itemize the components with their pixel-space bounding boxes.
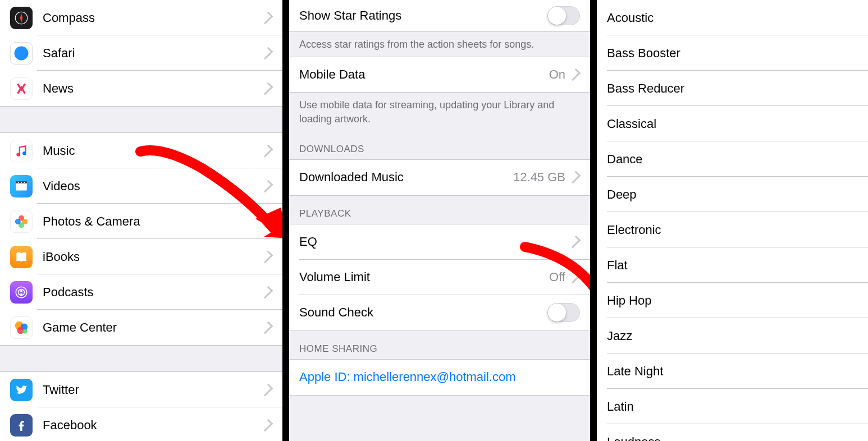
eq-presets-panel: AcousticBass BoosterBass ReducerClassica… <box>597 0 868 441</box>
settings-row-facebook[interactable]: Facebook <box>0 407 282 441</box>
star-ratings-footer: Access star ratings from the action shee… <box>289 31 590 57</box>
downloaded-music-row[interactable]: Downloaded Music 12.45 GB <box>289 160 590 195</box>
settings-row-label: News <box>43 81 263 96</box>
section-gap <box>289 395 590 429</box>
svg-point-4 <box>22 151 26 155</box>
setting-label: Sound Check <box>299 305 547 320</box>
svg-point-9 <box>24 181 25 182</box>
eq-preset-row[interactable]: Hip Hop <box>597 283 868 318</box>
setting-label: EQ <box>299 235 565 249</box>
settings-row-photos[interactable]: Photos & Camera <box>0 204 282 239</box>
settings-row-label: Twitter <box>43 383 263 397</box>
chevron-right-icon <box>568 236 581 249</box>
eq-preset-label: Bass Reducer <box>607 81 858 96</box>
settings-row-news[interactable]: News <box>0 71 282 106</box>
safari-icon <box>10 42 33 65</box>
setting-label: Mobile Data <box>299 67 549 82</box>
settings-row-compass[interactable]: Compass <box>0 0 282 35</box>
setting-label: Downloaded Music <box>299 170 513 185</box>
setting-label: Volume Limit <box>299 270 549 284</box>
volume-limit-row[interactable]: Volume Limit Off <box>289 260 590 295</box>
chevron-right-icon <box>568 271 581 284</box>
apple-id-label: Apple ID: michellerennex@hotmail.com <box>299 370 580 384</box>
setting-value: On <box>549 67 565 82</box>
settings-root-panel: Compass Safari News Music Videos <box>0 0 289 441</box>
settings-row-gamecenter[interactable]: Game Center <box>0 310 282 345</box>
star-ratings-switch[interactable] <box>547 6 580 25</box>
sound-check-switch[interactable] <box>547 303 580 322</box>
eq-preset-row[interactable]: Latin <box>597 389 868 424</box>
ibooks-icon <box>10 246 33 268</box>
eq-preset-row[interactable]: Flat <box>597 247 868 283</box>
eq-preset-label: Latin <box>607 399 858 414</box>
facebook-icon <box>10 414 33 437</box>
svg-point-16 <box>20 290 22 292</box>
setting-value: 12.45 GB <box>513 170 565 185</box>
eq-preset-row[interactable]: Acoustic <box>597 0 868 35</box>
eq-preset-row[interactable]: Jazz <box>597 318 868 353</box>
svg-point-20 <box>22 328 28 333</box>
videos-icon <box>10 175 33 197</box>
section-gap <box>0 106 282 133</box>
eq-preset-row[interactable]: Loudness <box>597 424 868 441</box>
mobile-data-row[interactable]: Mobile Data On <box>289 57 590 92</box>
eq-preset-label: Acoustic <box>607 11 858 25</box>
settings-row-label: Facebook <box>43 418 263 433</box>
eq-preset-label: Flat <box>607 258 858 273</box>
settings-row-podcasts[interactable]: Podcasts <box>0 274 282 310</box>
music-icon <box>10 140 33 162</box>
svg-rect-5 <box>16 183 27 190</box>
eq-preset-label: Electronic <box>607 223 858 237</box>
eq-row[interactable]: EQ <box>289 224 590 260</box>
home-sharing-header: HOME SHARING <box>289 330 590 360</box>
settings-row-label: Compass <box>43 11 263 25</box>
svg-point-8 <box>21 181 22 182</box>
downloads-header: DOWNLOADS <box>289 131 590 160</box>
section-gap <box>0 345 282 372</box>
settings-row-label: Game Center <box>43 320 263 335</box>
svg-point-13 <box>15 219 21 224</box>
settings-row-label: iBooks <box>43 250 263 264</box>
news-icon <box>10 77 33 100</box>
photos-icon <box>10 210 33 233</box>
settings-row-ibooks[interactable]: iBooks <box>0 239 282 274</box>
eq-preset-row[interactable]: Late Night <box>597 353 868 389</box>
eq-preset-label: Hip Hop <box>607 293 858 308</box>
playback-header: PLAYBACK <box>289 195 590 224</box>
sound-check-row[interactable]: Sound Check <box>289 295 590 330</box>
svg-point-7 <box>18 181 19 182</box>
settings-row-label: Videos <box>43 179 263 194</box>
eq-preset-row[interactable]: Bass Reducer <box>597 71 868 106</box>
show-star-ratings-row[interactable]: Show Star Ratings <box>289 0 590 31</box>
eq-preset-row[interactable]: Dance <box>597 141 868 177</box>
setting-label: Show Star Ratings <box>299 8 547 23</box>
apple-id-row[interactable]: Apple ID: michellerennex@hotmail.com <box>289 360 590 395</box>
eq-preset-row[interactable]: Deep <box>597 177 868 212</box>
settings-row-twitter[interactable]: Twitter <box>0 372 282 407</box>
eq-preset-row[interactable]: Bass Booster <box>597 35 868 71</box>
setting-value: Off <box>549 270 565 284</box>
svg-point-3 <box>16 153 20 157</box>
eq-preset-label: Jazz <box>607 329 858 343</box>
settings-row-videos[interactable]: Videos <box>0 168 282 204</box>
mobile-data-footer: Use mobile data for streaming, updating … <box>289 92 590 131</box>
podcasts-icon <box>10 281 33 304</box>
settings-row-safari[interactable]: Safari <box>0 35 282 71</box>
compass-icon <box>10 7 33 29</box>
eq-preset-label: Dance <box>607 152 858 167</box>
settings-row-label: Safari <box>43 46 263 61</box>
settings-row-label: Photos & Camera <box>43 214 263 229</box>
eq-preset-label: Late Night <box>607 364 858 379</box>
chevron-right-icon <box>568 68 581 81</box>
chevron-right-icon <box>568 171 581 184</box>
eq-preset-label: Loudness <box>607 435 858 442</box>
settings-row-music[interactable]: Music <box>0 133 282 168</box>
eq-preset-row[interactable]: Classical <box>597 106 868 141</box>
svg-point-1 <box>15 46 29 60</box>
settings-row-label: Music <box>43 144 263 158</box>
eq-preset-label: Bass Booster <box>607 46 858 61</box>
eq-preset-label: Classical <box>607 117 858 131</box>
eq-preset-row[interactable]: Electronic <box>597 212 868 247</box>
gamecenter-icon <box>10 316 33 339</box>
music-settings-panel: Show Star Ratings Access star ratings fr… <box>289 0 597 441</box>
